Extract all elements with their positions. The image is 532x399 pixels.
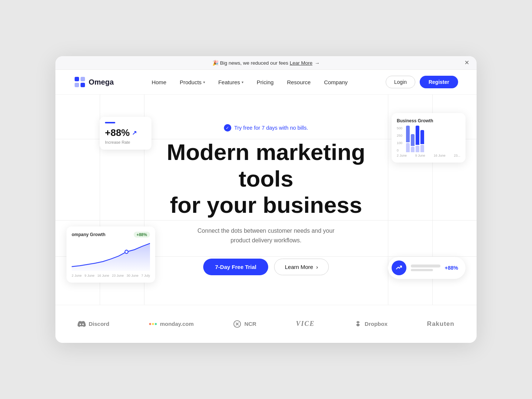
- company-growth-card: ompany Growth +88% 2 June 9 June 16 June: [66, 226, 155, 283]
- register-button[interactable]: Register: [420, 76, 458, 88]
- check-icon: ✓: [224, 124, 231, 132]
- nav-links: Home Products ▾ Features ▾ Pricing Resou…: [151, 79, 348, 85]
- percent-info: [411, 265, 440, 271]
- bar-light-3: [416, 146, 419, 152]
- products-chevron-icon: ▾: [203, 80, 205, 84]
- announcement-link[interactable]: Lear More: [290, 60, 313, 66]
- arrow-up-icon: ↗: [132, 129, 137, 136]
- percent-icon-circle: [392, 260, 406, 275]
- percent-bar: [411, 265, 440, 267]
- nav-link-resource[interactable]: Resource: [287, 79, 311, 85]
- monday-icon: [149, 321, 157, 327]
- trial-button[interactable]: 7-Day Free Trial: [203, 259, 268, 275]
- percent-value: +88%: [445, 265, 458, 271]
- announcement-arrow: →: [315, 60, 320, 66]
- nav-item-pricing[interactable]: Pricing: [257, 79, 274, 85]
- bar-group: [420, 130, 424, 152]
- brand-discord: Discord: [78, 320, 109, 328]
- rakuten-label: Rakuten: [427, 320, 454, 328]
- brands-section: Discord monday.com NCR VICE Dropbox: [55, 305, 477, 343]
- nav-item-home[interactable]: Home: [151, 79, 166, 85]
- trending-up-icon: [395, 264, 403, 272]
- card-bar-decoration: [105, 122, 115, 123]
- bar-group: [416, 126, 419, 152]
- bar-light-4: [420, 145, 424, 152]
- bar-light-1: [406, 143, 410, 152]
- chart-dates: 2 June 9 June 16 June 23 June 30 June 7 …: [72, 274, 150, 277]
- brand-dropbox: Dropbox: [354, 320, 388, 328]
- announcement-close-button[interactable]: ✕: [464, 60, 469, 66]
- hero-section: +88% ↗ Increase Rate ompany Growth +88%: [55, 95, 477, 304]
- nav-link-company[interactable]: Company: [324, 79, 348, 85]
- discord-label: Discord: [89, 321, 109, 327]
- svg-point-4: [125, 250, 128, 253]
- nav-link-pricing[interactable]: Pricing: [257, 79, 274, 85]
- bar-dark-4: [420, 130, 424, 144]
- svg-rect-1: [81, 77, 85, 81]
- bar-group: [406, 126, 410, 152]
- business-growth-title: Business Growth: [397, 118, 460, 123]
- learn-more-button[interactable]: Learn More ›: [274, 259, 329, 275]
- line-chart: [72, 241, 150, 271]
- bar-blue-2: [411, 134, 415, 146]
- hero-buttons: 7-Day Free Trial Learn More ›: [203, 259, 328, 275]
- bar-chart: 500 250 100 0: [397, 126, 460, 152]
- login-button[interactable]: Login: [386, 76, 415, 88]
- bar-blue-1: [406, 126, 410, 142]
- nav-link-products[interactable]: Products ▾: [180, 79, 205, 85]
- chart-dates-right: 2 June 9 June 16 June 23...: [397, 154, 460, 157]
- dropbox-label: Dropbox: [365, 321, 388, 327]
- nav-actions: Login Register: [386, 76, 458, 88]
- hero-title: Modern marketing tools for your business: [166, 139, 366, 218]
- hero-badge: ✓ Try free for 7 days with no bills.: [224, 124, 308, 132]
- svg-point-7: [155, 323, 157, 325]
- increase-rate-label: Increase Rate: [105, 140, 146, 144]
- svg-point-6: [152, 323, 154, 325]
- nav-item-resource[interactable]: Resource: [287, 79, 311, 85]
- increase-rate-card: +88% ↗ Increase Rate: [100, 117, 151, 150]
- bar-group: [411, 134, 415, 152]
- svg-rect-3: [81, 83, 85, 87]
- features-chevron-icon: ▾: [242, 80, 243, 84]
- discord-icon: [78, 320, 86, 328]
- growth-badge: +88%: [134, 232, 150, 238]
- nav-link-features[interactable]: Features ▾: [218, 79, 243, 85]
- nav-item-features[interactable]: Features ▾: [218, 79, 243, 85]
- ncr-icon: [233, 320, 241, 328]
- brand-vice: VICE: [296, 320, 315, 328]
- business-growth-card: Business Growth 500 250 100 0: [392, 113, 466, 163]
- brand-rakuten: Rakuten: [427, 320, 454, 328]
- brand-monday: monday.com: [149, 321, 194, 327]
- svg-rect-2: [75, 83, 79, 87]
- main-window: 🎉 Big news, we reduced our fees Lear Mor…: [55, 56, 477, 342]
- bar-dark-3: [416, 126, 419, 145]
- hero-badge-text: Try free for 7 days with no bills.: [234, 125, 308, 131]
- logo-text: Omega: [89, 78, 114, 86]
- logo[interactable]: Omega: [74, 76, 114, 88]
- percent-bar-2: [411, 269, 433, 271]
- ncr-label: NCR: [244, 321, 256, 327]
- bar-light-2: [411, 147, 415, 152]
- chevron-right-icon: ›: [316, 264, 318, 270]
- hero-subtitle: Connect the dots between customer needs …: [188, 226, 344, 245]
- vice-label: VICE: [296, 320, 315, 328]
- nav-item-products[interactable]: Products ▾: [180, 79, 205, 85]
- svg-point-5: [149, 323, 151, 325]
- brand-ncr: NCR: [233, 320, 256, 328]
- nav-link-home[interactable]: Home: [151, 79, 166, 85]
- bars-container: [406, 126, 460, 152]
- announcement-text: 🎉 Big news, we reduced our fees: [212, 60, 288, 66]
- monday-label: monday.com: [160, 321, 194, 327]
- y-axis: 500 250 100 0: [397, 126, 402, 152]
- announcement-bar: 🎉 Big news, we reduced our fees Lear Mor…: [55, 56, 477, 70]
- svg-rect-0: [75, 77, 79, 81]
- navbar: Omega Home Products ▾ Features ▾ Pricing: [55, 70, 477, 95]
- nav-item-company[interactable]: Company: [324, 79, 348, 85]
- dropbox-icon: [354, 320, 362, 328]
- percent-card: +88%: [388, 257, 466, 279]
- increase-rate-value: +88% ↗: [105, 127, 146, 139]
- logo-icon: [74, 76, 86, 88]
- company-growth-title: ompany Growth: [72, 232, 105, 237]
- card-header: ompany Growth +88%: [72, 232, 150, 238]
